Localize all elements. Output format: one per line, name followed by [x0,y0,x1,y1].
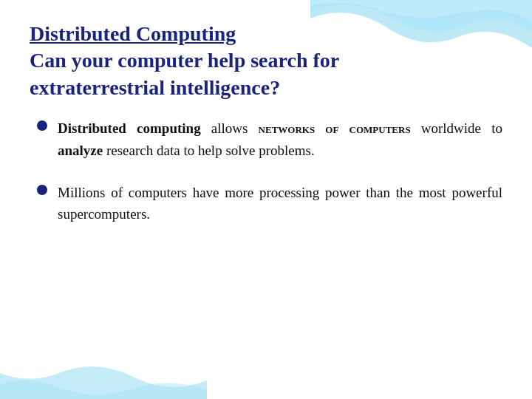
bullet-item-2: Millions of computers have more processi… [37,182,502,225]
bullet-item-1: Distributed computing allows networks of… [37,117,502,161]
bullet-section: Distributed computing allows networks of… [37,117,502,225]
bullet-text-1: Distributed computing allows networks of… [58,117,502,161]
bullet-text-2: Millions of computers have more processi… [58,182,502,225]
title-line2: Can your computer help search for [30,47,502,74]
title-section: Distributed Computing Can your computer … [30,21,502,101]
title-line3: extraterrestrial intelligence? [30,75,502,101]
allows-text: allows [211,120,259,136]
bullet-dot-2 [37,185,47,195]
title-line1: Distributed Computing [30,21,502,47]
analyze-label: analyze [58,143,103,158]
millions-text: Millions of computers have more processi… [58,185,502,222]
networks-of-computers-text: networks of computers [259,120,411,136]
content-wrapper: Distributed Computing Can your computer … [30,21,502,225]
wave-bottom-left-decoration [0,358,207,399]
bullet-dot-1 [37,120,47,131]
slide-container: Distributed Computing Can your computer … [0,0,532,399]
worldwide-to-text: worldwide to [421,120,502,136]
research-data-text: research data to help solve problems. [106,143,315,158]
distributed-computing-label: Distributed computing [58,120,201,136]
